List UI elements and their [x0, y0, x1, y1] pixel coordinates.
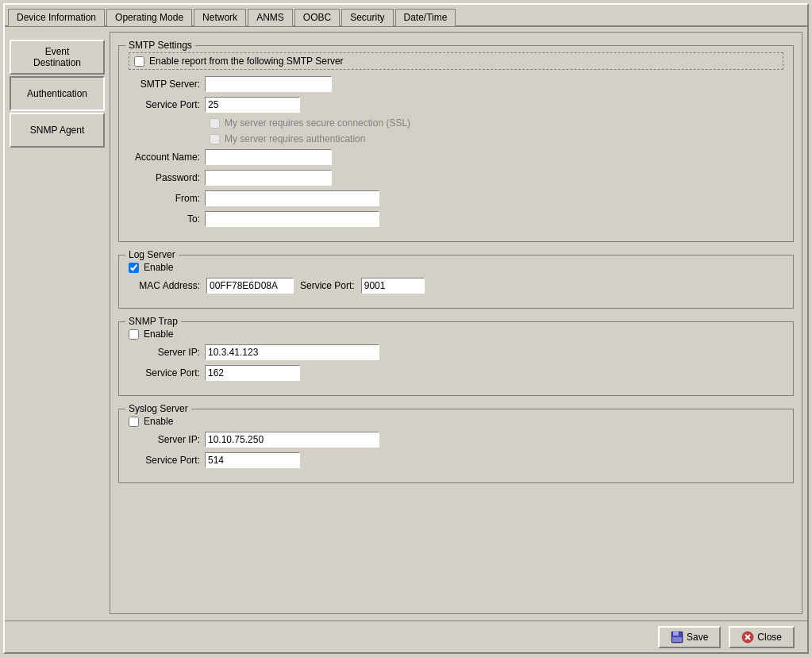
snmp-port-input[interactable]	[205, 365, 300, 381]
smtp-server-row: SMTP Server:	[129, 76, 783, 92]
smtp-account-input[interactable]	[205, 149, 332, 165]
svg-rect-2	[672, 637, 682, 642]
smtp-enable-checkbox[interactable]	[134, 56, 144, 67]
save-icon	[671, 631, 683, 644]
close-button[interactable]: Close	[729, 626, 795, 648]
main-content: Event Destination Authentication SNMP Ag…	[5, 27, 807, 619]
log-enable-row: Enable	[129, 262, 783, 273]
top-tab-bar: Device Information Operating Mode Networ…	[5, 5, 807, 27]
log-port-input[interactable]	[361, 278, 425, 294]
snmp-enable-checkbox[interactable]	[129, 329, 139, 340]
log-mac-input[interactable]	[206, 278, 294, 294]
syslog-enable-label: Enable	[144, 416, 173, 427]
log-enable-checkbox[interactable]	[129, 263, 139, 273]
smtp-account-label: Account Name:	[129, 152, 200, 163]
close-label: Close	[757, 632, 782, 643]
smtp-enable-label: Enable report from the following SMTP Se…	[149, 56, 344, 67]
smtp-from-label: From:	[129, 193, 200, 204]
syslog-enable-row: Enable	[129, 416, 783, 427]
smtp-to-row: To:	[129, 211, 783, 227]
smtp-port-row: Service Port:	[129, 97, 783, 113]
tab-network[interactable]: Network	[194, 9, 246, 26]
smtp-from-row: From:	[129, 190, 783, 206]
smtp-password-row: Password:	[129, 170, 783, 186]
tab-anms[interactable]: ANMS	[248, 9, 293, 26]
log-port-label: Service Port:	[300, 280, 355, 291]
smtp-enable-box: Enable report from the following SMTP Se…	[129, 52, 783, 70]
snmp-port-row: Service Port:	[129, 365, 783, 381]
smtp-password-input[interactable]	[205, 170, 332, 186]
smtp-settings-group: SMTP Settings Enable report from the fol…	[118, 45, 794, 242]
smtp-from-input[interactable]	[205, 190, 379, 206]
sidebar-item-authentication[interactable]: Authentication	[10, 76, 105, 111]
snmp-trap-group: SNMP Trap Enable Server IP: Service Port…	[118, 321, 794, 396]
syslog-server-group: Syslog Server Enable Server IP: Service …	[118, 409, 794, 483]
smtp-server-input[interactable]	[205, 76, 332, 92]
syslog-ip-row: Server IP:	[129, 432, 783, 448]
smtp-auth-row: My server requires authentication	[129, 133, 783, 144]
snmp-ip-input[interactable]	[205, 344, 379, 360]
bottom-bar: Save Close	[5, 620, 807, 652]
smtp-auth-checkbox[interactable]	[210, 134, 220, 144]
smtp-ssl-checkbox[interactable]	[210, 118, 220, 129]
smtp-port-input[interactable]	[205, 97, 300, 113]
sidebar-item-snmp-agent[interactable]: SNMP Agent	[10, 113, 105, 148]
close-icon	[741, 631, 754, 644]
snmp-enable-row: Enable	[129, 328, 783, 340]
snmp-enable-label: Enable	[144, 328, 173, 340]
tab-operating-mode[interactable]: Operating Mode	[106, 9, 192, 26]
log-mac-label: MAC Address:	[129, 280, 200, 291]
tab-device-information[interactable]: Device Information	[8, 9, 105, 26]
sidebar: Event Destination Authentication SNMP Ag…	[10, 32, 105, 614]
smtp-password-label: Password:	[129, 172, 200, 183]
syslog-enable-checkbox[interactable]	[129, 417, 139, 427]
save-button[interactable]: Save	[658, 626, 721, 648]
syslog-legend: Syslog Server	[125, 403, 191, 414]
syslog-port-row: Service Port:	[129, 452, 783, 468]
snmp-trap-legend: SNMP Trap	[125, 316, 181, 327]
smtp-server-label: SMTP Server:	[129, 79, 200, 90]
smtp-ssl-label: My server requires secure connection (SS…	[225, 117, 410, 129]
smtp-to-label: To:	[129, 213, 200, 225]
tab-oobc[interactable]: OOBC	[294, 9, 340, 26]
syslog-port-label: Service Port:	[129, 455, 200, 466]
save-label: Save	[687, 632, 708, 643]
snmp-port-label: Service Port:	[129, 367, 200, 378]
snmp-ip-row: Server IP:	[129, 344, 783, 360]
log-mac-row: MAC Address: Service Port:	[129, 278, 783, 294]
sidebar-item-event-destination[interactable]: Event Destination	[10, 40, 105, 75]
svg-rect-1	[673, 632, 679, 636]
smtp-auth-label: My server requires authentication	[225, 133, 365, 144]
snmp-ip-label: Server IP:	[129, 347, 200, 358]
smtp-account-row: Account Name:	[129, 149, 783, 165]
tab-datetime[interactable]: Date/Time	[395, 9, 456, 26]
log-enable-label: Enable	[144, 262, 173, 273]
syslog-ip-input[interactable]	[205, 432, 379, 448]
right-panel: SMTP Settings Enable report from the fol…	[110, 32, 802, 614]
smtp-legend: SMTP Settings	[125, 40, 195, 51]
smtp-to-input[interactable]	[205, 211, 379, 227]
syslog-port-input[interactable]	[205, 452, 300, 468]
tab-security[interactable]: Security	[341, 9, 393, 26]
smtp-ssl-row: My server requires secure connection (SS…	[129, 117, 783, 129]
syslog-ip-label: Server IP:	[129, 434, 200, 445]
log-server-legend: Log Server	[125, 249, 179, 260]
smtp-port-label: Service Port:	[129, 99, 200, 110]
log-server-group: Log Server Enable MAC Address: Service P…	[118, 255, 794, 309]
